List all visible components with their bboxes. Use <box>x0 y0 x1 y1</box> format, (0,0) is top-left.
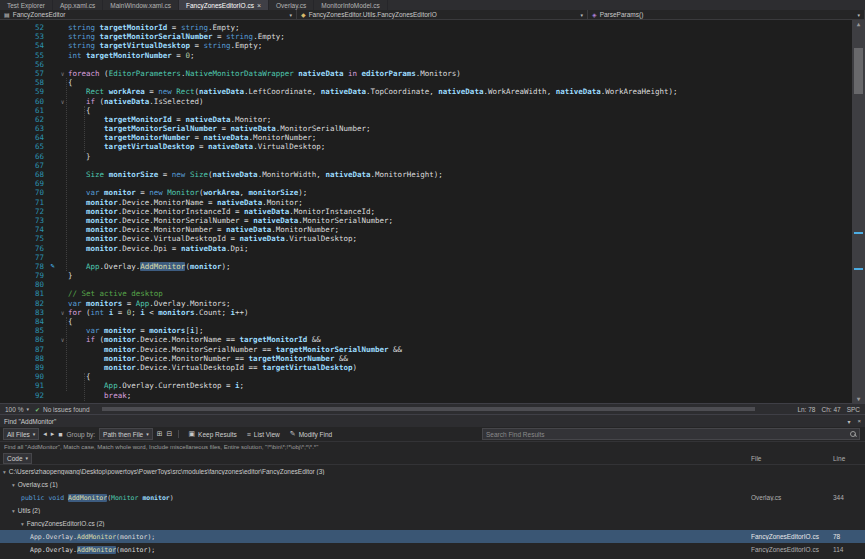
type-dropdown[interactable]: ◆ FancyZonesEditor.Utils.FancyZonesEdito… <box>297 10 588 19</box>
result-type-filter[interactable]: Code ▾ <box>3 453 32 464</box>
code-line[interactable]: 90{ <box>0 372 852 381</box>
tab-fancyzoneseditorio-cs[interactable]: FancyZonesEditorIO.cs× <box>179 0 269 10</box>
close-icon[interactable]: × <box>857 418 861 425</box>
line-number: 80 <box>0 280 48 289</box>
stop-search-icon[interactable]: ■ <box>58 431 62 438</box>
code-line[interactable]: 55int targetMonitorNumber = 0; <box>0 51 852 60</box>
tab-mainwindow-xaml-cs[interactable]: MainWindow.xaml.cs <box>103 0 179 10</box>
code-line[interactable]: 52string targetMonitorId = string.Empty; <box>0 23 852 32</box>
group-by-dropdown[interactable]: Path then File ▾ <box>99 428 153 440</box>
find-result-row[interactable]: public void AddMonitor(Monitor monitor)O… <box>0 491 865 504</box>
code-line[interactable]: 64targetMonitorNumber = nativeData.Monit… <box>0 133 852 142</box>
line-number: 86 <box>0 335 48 344</box>
code-editor[interactable]: 52string targetMonitorId = string.Empty;… <box>0 20 865 403</box>
code-line[interactable]: 83∨for (int i = 0; i < monitors.Count; i… <box>0 308 852 317</box>
code-line[interactable]: 69 <box>0 179 852 188</box>
code-line[interactable]: 88monitor.Device.MonitorNumber == target… <box>0 354 852 363</box>
code-line[interactable]: 68Size monitorSize = new Size(nativeData… <box>0 170 852 179</box>
whitespace-indicator[interactable]: SPC <box>847 406 860 413</box>
column-header-file[interactable]: File <box>751 455 831 462</box>
modify-find-button[interactable]: ✎ Modify Find <box>287 429 335 439</box>
column-header-line[interactable]: Line <box>831 455 865 462</box>
line-number: 76 <box>0 244 48 253</box>
tab-label: FancyZonesEditorIO.cs <box>186 2 254 9</box>
document-health-indicator[interactable]: ✔ No issues found <box>35 406 90 413</box>
code-line[interactable]: 73monitor.Device.MonitorSerialNumber = n… <box>0 216 852 225</box>
find-result-row[interactable]: App.Overlay.AddMonitor(monitor);FancyZon… <box>0 543 865 556</box>
collapse-all-icon[interactable]: ⊟ <box>167 430 173 438</box>
code-line[interactable]: 59Rect workArea = new Rect(nativeData.Le… <box>0 87 852 96</box>
zoom-control[interactable]: 100 % ▾ <box>5 406 29 413</box>
code-line[interactable]: 82var monitors = App.Overlay.Monitors; <box>0 299 852 308</box>
keep-results-toggle[interactable]: ▣ Keep Results <box>185 429 239 439</box>
code-line[interactable]: 53string targetMonitorSerialNumber = str… <box>0 32 852 41</box>
line-indicator: Ln: 78 <box>797 406 815 413</box>
line-number: 57 <box>0 69 48 78</box>
code-line[interactable]: 65targetVirtualDesktop = nativeData.Virt… <box>0 142 852 151</box>
code-line[interactable]: 75monitor.Device.VirtualDesktopId = nati… <box>0 234 852 243</box>
code-line[interactable]: 80 <box>0 280 852 289</box>
expand-arrow-icon[interactable]: ▾ <box>21 521 24 527</box>
find-result-group[interactable]: ▾C:\Users\zhaopengwang\Desktop\powertoys… <box>0 465 865 478</box>
expand-arrow-icon[interactable]: ▾ <box>3 469 6 475</box>
code-line[interactable]: 72monitor.Device.MonitorInstanceId = nat… <box>0 207 852 216</box>
member-dropdown[interactable]: ◈ ParseParams() ▾ <box>588 10 865 19</box>
tab-app-xaml-cs[interactable]: App.xaml.cs <box>53 0 103 10</box>
fold-chevron-icon[interactable]: ∨ <box>57 308 68 317</box>
result-line: 114 <box>831 546 865 553</box>
search-find-results-input[interactable]: Search Find Results <box>482 428 860 440</box>
expand-all-icon[interactable]: ⊞ <box>157 430 163 438</box>
code-line[interactable]: 58{ <box>0 78 852 87</box>
code-line[interactable]: 89monitor.Device.VirtualDesktopId == tar… <box>0 363 852 372</box>
find-result-group[interactable]: ▾Overlay.cs (1) <box>0 478 865 491</box>
code-line[interactable]: 77 <box>0 253 852 262</box>
code-line[interactable]: 66} <box>0 152 852 161</box>
scroll-down-icon[interactable]: ▼ <box>852 395 865 403</box>
code-line[interactable]: 85var monitor = monitors[i]; <box>0 326 852 335</box>
code-line[interactable]: 62targetMonitorId = nativeData.Monitor; <box>0 115 852 124</box>
code-line[interactable]: 63targetMonitorSerialNumber = nativeData… <box>0 124 852 133</box>
hscrollbar-thumb[interactable] <box>102 407 755 411</box>
scope-dropdown[interactable]: All Files ▾ <box>3 428 39 440</box>
code-line[interactable]: 84{ <box>0 317 852 326</box>
find-result-row[interactable]: App.Overlay.AddMonitor(monitor);FancyZon… <box>0 530 865 543</box>
tab-close-icon[interactable]: × <box>257 2 261 9</box>
method-icon: ◈ <box>592 11 597 18</box>
code-line[interactable]: 79} <box>0 271 852 280</box>
code-line[interactable]: 92break; <box>0 391 852 400</box>
scroll-match-mark <box>854 268 863 270</box>
code-line[interactable]: 60∨if (nativeData.IsSelected) <box>0 97 852 106</box>
code-line[interactable]: 91App.Overlay.CurrentDesktop = i; <box>0 381 852 390</box>
code-line[interactable]: 74monitor.Device.MonitorNumber = nativeD… <box>0 225 852 234</box>
list-view-toggle[interactable]: ≡ List View <box>244 429 283 439</box>
code-line[interactable]: 78✎App.Overlay.AddMonitor(monitor); <box>0 262 852 271</box>
code-line[interactable]: 54string targetVirtualDesktop = string.E… <box>0 41 852 50</box>
expand-arrow-icon[interactable]: ▾ <box>12 508 15 514</box>
code-line[interactable]: 86∨if (monitor.Device.MonitorName == tar… <box>0 335 852 344</box>
scrollbar-thumb[interactable] <box>854 48 863 94</box>
code-line[interactable]: 71monitor.Device.MonitorName = nativeDat… <box>0 198 852 207</box>
tab-monitorinfomodel-cs[interactable]: MonitorInfoModel.cs <box>314 0 388 10</box>
find-result-group[interactable]: ▾FancyZonesEditorIO.cs (2) <box>0 517 865 530</box>
code-line[interactable]: 57∨foreach (EditorParameters.NativeMonit… <box>0 69 852 78</box>
code-line[interactable]: 61{ <box>0 106 852 115</box>
find-result-group[interactable]: ▾Utils (2) <box>0 504 865 517</box>
next-result-icon[interactable]: ▸ <box>51 430 55 438</box>
scroll-up-icon[interactable]: ▲ <box>852 20 865 28</box>
code-line[interactable]: 70var monitor = new Monitor(workArea, mo… <box>0 188 852 197</box>
panel-title-bar[interactable]: Find "AddMonitor" ▾ × <box>0 415 865 427</box>
vertical-scrollbar[interactable]: ▲ ▼ <box>852 20 865 403</box>
project-dropdown[interactable]: ▤ FancyZonesEditor ▾ <box>0 10 297 19</box>
window-position-icon[interactable]: ▾ <box>847 418 850 425</box>
code-line[interactable]: 56 <box>0 60 852 69</box>
code-line[interactable]: 87monitor.Device.MonitorSerialNumber == … <box>0 345 852 354</box>
code-line[interactable]: 76monitor.Device.Dpi = nativeData.Dpi; <box>0 244 852 253</box>
fold-chevron-icon[interactable]: ∨ <box>57 69 68 78</box>
expand-arrow-icon[interactable]: ▾ <box>12 482 15 488</box>
code-line[interactable]: 67 <box>0 161 852 170</box>
prev-result-icon[interactable]: ◂ <box>43 430 47 438</box>
tab-test-explorer[interactable]: Test Explorer <box>0 0 53 10</box>
tab-overlay-cs[interactable]: Overlay.cs <box>269 0 314 10</box>
code-line[interactable]: 81// Set active desktop <box>0 289 852 298</box>
horizontal-scrollbar[interactable] <box>100 406 788 412</box>
